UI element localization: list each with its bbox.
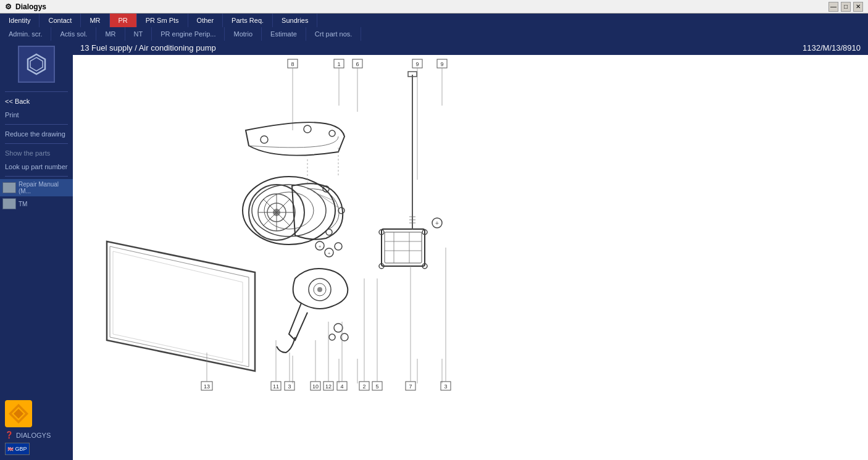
svg-text:4: 4 bbox=[340, 383, 343, 390]
nav-row2: Admin. scr. Actis sol. MR NT PR engine P… bbox=[0, 27, 868, 41]
tab2-crt-part-nos[interactable]: Crt part nos. bbox=[306, 27, 362, 41]
tab-contact[interactable]: Contact bbox=[40, 14, 81, 27]
svg-text:2: 2 bbox=[362, 383, 365, 390]
diagram-title: 13 Fuel supply / Air conditioning pump bbox=[80, 43, 216, 52]
svg-text:11: 11 bbox=[273, 383, 279, 390]
svg-point-34 bbox=[326, 229, 332, 235]
diagram-ref: 1132/M/13/8910 bbox=[803, 43, 861, 52]
nav-row1: Identity Contact MR PR PR Sm Pts Other P… bbox=[0, 14, 868, 27]
tab2-actis-sol[interactable]: Actis sol. bbox=[51, 27, 96, 41]
title-bar: ⚙ Dialogys — □ ✕ bbox=[0, 0, 868, 14]
sidebar-divider-1 bbox=[5, 91, 68, 92]
manual-item-tm[interactable]: TM bbox=[0, 196, 73, 211]
diagram-header: 13 Fuel supply / Air conditioning pump 1… bbox=[73, 41, 868, 55]
tab2-pr-engine-perip[interactable]: PR engine Perip... bbox=[152, 27, 225, 41]
tab-other[interactable]: Other bbox=[188, 14, 223, 27]
tab-parts-req[interactable]: Parts Req. bbox=[223, 14, 273, 27]
manual-item-repair[interactable]: Repair Manual (M... bbox=[0, 179, 73, 196]
back-link[interactable]: << Back bbox=[0, 94, 73, 108]
svg-point-47 bbox=[317, 287, 322, 292]
svg-point-67 bbox=[329, 334, 335, 340]
diagram-canvas: 8 1 6 9 9 bbox=[73, 55, 868, 456]
manual-thumb-repair bbox=[2, 182, 16, 193]
diagram-svg: 8 1 6 9 9 bbox=[73, 55, 868, 456]
svg-text:5: 5 bbox=[375, 383, 378, 390]
question-icon: ❓ bbox=[5, 431, 14, 439]
svg-text:10: 10 bbox=[312, 383, 319, 390]
svg-text:+: + bbox=[328, 251, 331, 256]
svg-point-44 bbox=[335, 243, 342, 250]
svg-text:+: + bbox=[319, 244, 322, 249]
minimize-button[interactable]: — bbox=[828, 2, 838, 12]
close-button[interactable]: ✕ bbox=[853, 2, 863, 12]
sidebar-divider-2 bbox=[5, 124, 68, 125]
sidebar-bottom: ❓ DIALOGYS 🇬🇧 GBP bbox=[0, 395, 73, 460]
svg-text:13: 13 bbox=[204, 383, 210, 390]
svg-marker-1 bbox=[30, 57, 43, 71]
tab-mr[interactable]: MR bbox=[81, 14, 109, 27]
svg-point-65 bbox=[334, 324, 343, 332]
svg-text:9: 9 bbox=[415, 61, 419, 67]
svg-text:7: 7 bbox=[409, 383, 412, 390]
manual-label-tm: TM bbox=[19, 201, 27, 207]
print-link[interactable]: Print bbox=[0, 108, 73, 122]
reduce-drawing-link[interactable]: Reduce the drawing bbox=[0, 127, 73, 141]
manual-label-repair: Repair Manual (M... bbox=[19, 181, 70, 194]
title-bar-controls[interactable]: — □ ✕ bbox=[828, 2, 863, 12]
tab2-motrio[interactable]: Motrio bbox=[225, 27, 262, 41]
svg-point-37 bbox=[329, 130, 335, 136]
svg-point-23 bbox=[264, 192, 314, 229]
svg-point-21 bbox=[243, 177, 335, 245]
svg-rect-48 bbox=[382, 229, 425, 266]
manual-thumb-tm bbox=[2, 198, 16, 209]
svg-text:+: + bbox=[435, 220, 439, 227]
svg-text:3: 3 bbox=[288, 383, 291, 390]
tab2-admin-scr[interactable]: Admin. scr. bbox=[0, 27, 51, 41]
renault-logo bbox=[5, 400, 32, 427]
tab-pr[interactable]: PR bbox=[110, 14, 137, 27]
svg-text:6: 6 bbox=[356, 61, 359, 67]
svg-text:3: 3 bbox=[444, 383, 447, 390]
tab-pr-sm-pts[interactable]: PR Sm Pts bbox=[137, 14, 188, 27]
svg-point-35 bbox=[261, 136, 268, 143]
svg-point-36 bbox=[304, 125, 311, 133]
tab2-nt[interactable]: NT bbox=[125, 27, 152, 41]
sidebar: << Back Print Reduce the drawing Show th… bbox=[0, 41, 73, 460]
maximize-button[interactable]: □ bbox=[841, 2, 851, 12]
svg-text:9: 9 bbox=[440, 61, 443, 67]
svg-rect-49 bbox=[385, 232, 422, 263]
main-area: << Back Print Reduce the drawing Show th… bbox=[0, 41, 868, 460]
hex-icon bbox=[24, 52, 49, 77]
sidebar-logo bbox=[18, 46, 55, 83]
show-parts-link[interactable]: Show the parts bbox=[0, 146, 73, 160]
app-icon: ⚙ bbox=[5, 2, 12, 11]
tab-sundries[interactable]: Sundries bbox=[273, 14, 317, 27]
svg-text:1: 1 bbox=[337, 61, 340, 67]
svg-text:8: 8 bbox=[291, 61, 294, 67]
svg-text:12: 12 bbox=[325, 383, 332, 390]
title-bar-left: ⚙ Dialogys bbox=[5, 2, 46, 11]
content-area: 13 Fuel supply / Air conditioning pump 1… bbox=[73, 41, 868, 460]
app-title: Dialogys bbox=[15, 2, 46, 11]
sidebar-divider-4 bbox=[5, 176, 68, 177]
gbp-flag[interactable]: 🇬🇧 GBP bbox=[5, 443, 30, 455]
tab2-estimate[interactable]: Estimate bbox=[262, 27, 306, 41]
svg-point-33 bbox=[338, 207, 344, 214]
sidebar-divider-3 bbox=[5, 143, 68, 144]
tab2-mr[interactable]: MR bbox=[96, 27, 125, 41]
tab-identity[interactable]: Identity bbox=[0, 14, 40, 27]
dialogys-label: ❓ DIALOGYS bbox=[5, 431, 51, 439]
lookup-part-link[interactable]: Look up part number bbox=[0, 160, 73, 174]
